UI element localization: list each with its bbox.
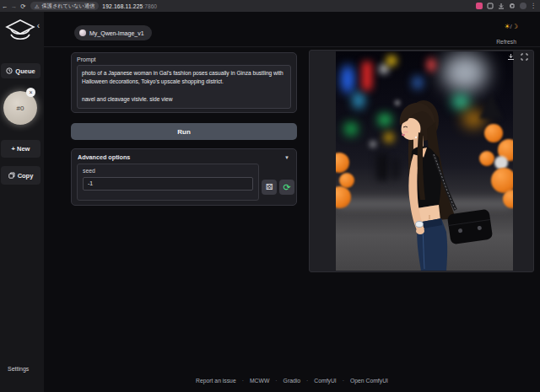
seed-input[interactable]	[83, 177, 253, 191]
prompt-panel: Prompt photo of a Japanese woman in Gal'…	[71, 52, 297, 113]
copy-label: Copy	[18, 172, 34, 180]
app-logo[interactable]: ‹	[3, 17, 40, 51]
reuse-seed-icon: ⟳	[283, 183, 290, 192]
workflow-tab-label: My_Qwen-Image_v1	[89, 30, 144, 36]
refresh-button[interactable]: Refresh	[496, 39, 516, 45]
random-seed-button[interactable]: ⚄	[262, 180, 277, 195]
reuse-seed-button[interactable]: ⟳	[279, 180, 294, 195]
prompt-textarea[interactable]: photo of a Japanese woman in Gal's fashi…	[77, 65, 291, 109]
tab-group-icon[interactable]	[487, 3, 494, 9]
footer-separator: ·	[242, 378, 244, 384]
new-label: + New	[12, 145, 30, 153]
footer-separator: ·	[343, 378, 344, 384]
queue-button[interactable]: Queue	[1, 63, 40, 78]
new-workflow-button[interactable]: + New	[1, 140, 40, 158]
woman-figure	[336, 51, 513, 271]
seed-group: seed	[77, 164, 259, 201]
seed-label: seed	[83, 168, 253, 174]
prompt-label: Prompt	[77, 56, 291, 62]
forward-icon[interactable]: →	[9, 3, 19, 10]
theme-toggle[interactable]: ☀/☽	[504, 23, 518, 30]
caret-down-icon[interactable]: ▼	[284, 155, 289, 160]
footer-separator: ·	[275, 378, 277, 384]
generated-image[interactable]	[336, 51, 513, 271]
security-chip[interactable]: ⚠ 保護されていない通信	[30, 2, 99, 10]
workflow-tab[interactable]: My_Qwen-Image_v1	[74, 25, 152, 40]
back-icon[interactable]: ←	[0, 3, 9, 10]
copy-workflow-button[interactable]: Copy	[1, 166, 40, 185]
advanced-options-header[interactable]: Advanced options ▼	[72, 149, 296, 163]
profile-avatar[interactable]	[520, 3, 526, 9]
run-button[interactable]: Run	[71, 123, 297, 140]
warning-icon: ⚠	[35, 3, 40, 9]
download-browser-icon[interactable]	[498, 3, 505, 9]
advanced-options-panel: Advanced options ▼ seed ⚄ ⟳	[71, 148, 297, 206]
reload-icon[interactable]: ⟳	[19, 3, 28, 10]
workflow-dot-icon	[79, 30, 86, 36]
graduation-cap-icon	[3, 17, 37, 51]
header-divider	[44, 46, 540, 47]
footer-separator: ·	[306, 378, 308, 384]
menu-kebab-icon[interactable]: ⋮	[531, 3, 537, 9]
close-workflow-icon[interactable]: ×	[26, 88, 35, 97]
url-host[interactable]: 192.168.11.225	[102, 3, 143, 9]
puzzle-icon[interactable]	[509, 3, 516, 9]
url-port: :7860	[143, 3, 157, 9]
advanced-options-title: Advanced options	[78, 153, 130, 161]
footer-link-open-comfyui[interactable]: Open ComfyUI	[350, 378, 388, 384]
moon-icon: ☽	[512, 23, 518, 30]
footer-link-gradio[interactable]: Gradio	[284, 378, 300, 384]
footer-link-mcww[interactable]: MCWW	[250, 378, 269, 384]
collapse-sidebar-icon[interactable]: ‹	[37, 21, 40, 30]
browser-toolbar: ← → ⟳ ⚠ 保護されていない通信 192.168.11.225 :7860 …	[0, 0, 540, 12]
app-window: ← → ⟳ ⚠ 保護されていない通信 192.168.11.225 :7860 …	[0, 0, 540, 392]
dice-icon: ⚄	[266, 183, 273, 191]
output-actions	[507, 53, 528, 61]
output-panel	[309, 50, 534, 272]
browser-actions: ⋮	[476, 3, 540, 9]
download-image-icon[interactable]	[507, 53, 515, 61]
footer-link-comfyui[interactable]: ComfyUI	[314, 378, 336, 384]
footer: Report an issue · MCWW · Gradio · ComfyU…	[44, 374, 540, 386]
queue-label: Queue	[15, 67, 35, 75]
extension-icon[interactable]	[476, 3, 483, 9]
fullscreen-icon[interactable]	[521, 53, 528, 61]
footer-link-report[interactable]: Report an issue	[196, 378, 236, 384]
clock-icon	[6, 67, 13, 74]
sidebar: ‹ Queue × #0 + New Copy Settings	[0, 12, 44, 392]
security-label: 保護されていない通信	[42, 3, 95, 10]
workflow-badge: #0	[17, 105, 24, 112]
copy-icon	[8, 172, 15, 179]
settings-button[interactable]: Settings	[8, 366, 29, 372]
sun-icon: ☀	[504, 23, 510, 30]
